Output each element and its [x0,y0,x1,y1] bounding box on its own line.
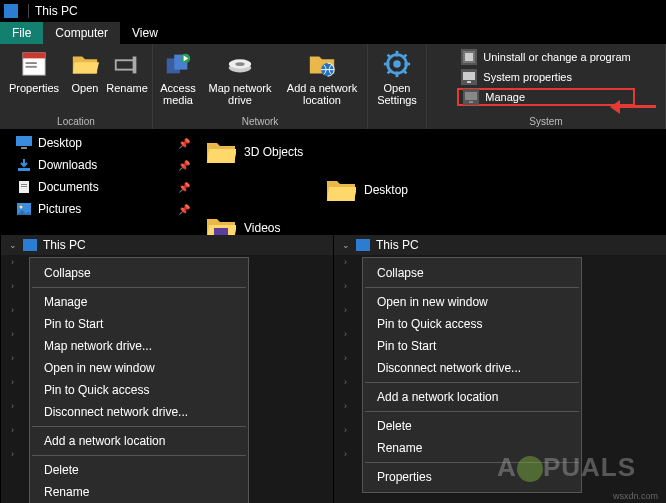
tree-chevrons: ››››››››› [344,257,347,459]
folder-label: Desktop [364,183,408,197]
open-settings-button[interactable]: Open Settings [372,46,422,106]
ribbon-group-network: Access media Map network drive Add a net… [153,44,368,129]
rename-icon [111,48,143,80]
ctx-pin-start[interactable]: Pin to Start [363,335,581,357]
settings-icon [381,48,413,80]
ctx-disconnect[interactable]: Disconnect network drive... [30,401,248,423]
tab-computer-label: Computer [55,26,108,40]
ctx-label: Delete [377,419,412,433]
downloads-icon [16,158,32,172]
folder-desktop[interactable]: Desktop [326,174,506,206]
map-network-drive-icon [224,48,256,80]
ctx-manage[interactable]: Manage [30,291,248,313]
nav-item-desktop[interactable]: Desktop 📌 [0,132,200,154]
chevron-right-icon: › [344,329,347,339]
nav-label: Downloads [38,158,97,172]
chevron-right-icon: › [11,401,14,411]
group-label-location: Location [57,114,95,129]
pin-icon: 📌 [178,160,190,171]
tab-file[interactable]: File [0,22,43,44]
svg-rect-29 [16,136,32,146]
system-properties-label: System properties [483,71,572,83]
access-media-label: Access media [157,82,199,106]
svg-rect-33 [21,184,27,185]
ctx-collapse[interactable]: Collapse [363,262,581,284]
svg-rect-25 [463,72,475,80]
window-title: This PC [35,4,78,18]
ctx-delete[interactable]: Delete [30,459,248,481]
svg-point-11 [235,62,244,66]
nav-item-downloads[interactable]: Downloads 📌 [0,154,200,176]
access-media-button[interactable]: Access media [157,46,199,106]
ribbon: Properties Open Rename Location [0,44,666,130]
svg-rect-4 [116,60,135,69]
svg-rect-27 [465,92,477,100]
ctx-separator [365,382,579,383]
separator [28,4,29,18]
ctx-pin-quick[interactable]: Pin to Quick access [30,379,248,401]
tab-view[interactable]: View [120,22,170,44]
ctx-rename[interactable]: Rename [363,437,581,459]
ctx-label: Delete [44,463,79,477]
svg-rect-34 [21,186,27,187]
ctx-pin-quick[interactable]: Pin to Quick access [363,313,581,335]
ctx-label: Pin to Quick access [377,317,482,331]
chevron-right-icon: › [11,449,14,459]
ctx-rename[interactable]: Rename [30,481,248,503]
ctx-separator [365,462,579,463]
tree-node-this-pc[interactable]: ⌄ This PC [1,235,333,255]
tree-node-this-pc[interactable]: ⌄ This PC [334,235,666,255]
ctx-open-new[interactable]: Open in new window [30,357,248,379]
open-button[interactable]: Open [64,46,106,94]
chevron-right-icon: › [344,281,347,291]
highlight-arrow [608,100,658,114]
ctx-properties[interactable]: Properties [363,466,581,488]
ctx-delete[interactable]: Delete [363,415,581,437]
rename-button[interactable]: Rename [106,46,148,94]
ctx-map-drive[interactable]: Map network drive... [30,335,248,357]
ctx-add-location[interactable]: Add a network location [30,430,248,452]
nav-item-pictures[interactable]: Pictures 📌 [0,198,200,220]
tab-file-label: File [12,26,31,40]
folder-label: Videos [244,221,280,235]
add-network-location-icon [306,48,338,80]
tab-computer[interactable]: Computer [43,22,120,44]
nav-label: Pictures [38,202,81,216]
right-panel: ⌄ This PC ››››››››› Collapse Open in new… [333,235,666,503]
chevron-right-icon: › [344,449,347,459]
uninstall-label: Uninstall or change a program [483,51,630,63]
rename-label: Rename [106,82,148,94]
ctx-separator [365,411,579,412]
ctx-label: Map network drive... [44,339,152,353]
context-menu-left: Collapse Manage Pin to Start Map network… [29,257,249,503]
map-network-drive-button[interactable]: Map network drive [199,46,281,106]
pin-icon: 📌 [178,138,190,149]
ctx-pin-start[interactable]: Pin to Start [30,313,248,335]
chevron-right-icon: › [344,401,347,411]
ctx-disconnect[interactable]: Disconnect network drive... [363,357,581,379]
ctx-label: Add a network location [377,390,498,404]
ctx-label: Collapse [377,266,424,280]
nav-label: Desktop [38,136,82,150]
uninstall-icon [461,49,477,65]
ctx-collapse[interactable]: Collapse [30,262,248,284]
ctx-label: Collapse [44,266,91,280]
tab-view-label: View [132,26,158,40]
system-properties-button[interactable]: System properties [457,68,634,86]
folder-3d-objects[interactable]: 3D Objects [206,136,386,168]
properties-button[interactable]: Properties [4,46,64,94]
title-bar: This PC [0,0,666,22]
add-network-location-button[interactable]: Add a network location [281,46,363,106]
ctx-label: Disconnect network drive... [44,405,188,419]
system-properties-icon [461,69,477,85]
system-icon [4,4,18,18]
nav-item-documents[interactable]: Documents 📌 [0,176,200,198]
ctx-open-new[interactable]: Open in new window [363,291,581,313]
ctx-add-location[interactable]: Add a network location [363,386,581,408]
desktop-icon [16,136,32,150]
access-media-icon [162,48,194,80]
footer-url: wsxdn.com [613,491,658,501]
ctx-label: Rename [44,485,89,499]
ctx-separator [365,287,579,288]
uninstall-program-button[interactable]: Uninstall or change a program [457,48,634,66]
